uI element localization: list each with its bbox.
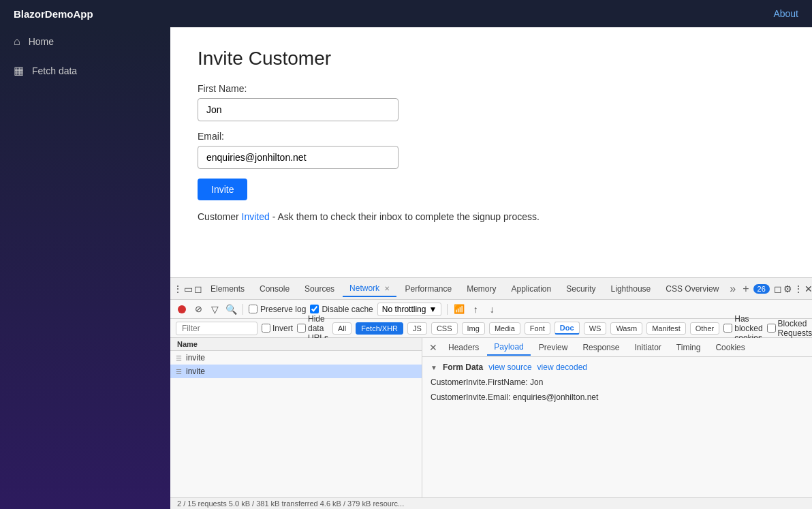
tab-lighthouse[interactable]: Lighthouse: [604, 281, 658, 296]
home-icon: ⌂: [14, 35, 20, 48]
request-name-2: invite: [186, 367, 205, 376]
filter-manifest-btn[interactable]: Manifest: [646, 322, 686, 335]
devtools-add-tab-btn[interactable]: +: [740, 283, 751, 295]
form-key-1: CustomerInvite.Email:: [431, 392, 510, 402]
toolbar-divider-1: [243, 304, 243, 315]
devtools-inspect-btn[interactable]: ▭: [184, 283, 193, 295]
devtools-badge: 26: [753, 284, 770, 294]
search-btn[interactable]: 🔍: [225, 303, 237, 315]
first-name-input[interactable]: [198, 98, 399, 121]
request-invite-1[interactable]: ☰ invite: [170, 351, 422, 365]
sidebar-item-fetch-data[interactable]: ▦ Fetch data: [0, 56, 170, 85]
detail-close-btn[interactable]: ✕: [426, 342, 440, 353]
filter-row: Invert Hide data URLs All Fetch/XHR JS C…: [170, 319, 812, 338]
page-title: Invite Customer: [198, 48, 785, 70]
form-data-row-1: CustomerInvite.Email: enquiries@jonhilto…: [431, 391, 804, 403]
request-icon-1: ☰: [176, 354, 182, 362]
devtools-statusbar: 2 / 15 requests 5.0 kB / 381 kB transfer…: [170, 497, 812, 509]
filter-font-btn[interactable]: Font: [525, 322, 550, 335]
email-input[interactable]: [198, 146, 399, 169]
page-body: Invite Customer First Name: Email: Invit…: [170, 27, 812, 277]
filter-other-btn[interactable]: Other: [690, 322, 720, 335]
upload-btn[interactable]: ↑: [469, 303, 482, 315]
record-btn[interactable]: [176, 303, 188, 315]
devtools-device-btn[interactable]: ◻: [194, 283, 202, 295]
filter-input[interactable]: [176, 322, 257, 335]
success-suffix: - Ask them to check their inbox to compl…: [270, 211, 540, 222]
request-name-1: invite: [186, 353, 205, 363]
detail-tab-cookies[interactable]: Cookies: [708, 340, 751, 355]
detail-panel: ✕ Headers Payload Preview Response Initi…: [422, 338, 812, 497]
sidebar: ⌂ Home ▦ Fetch data: [0, 27, 170, 509]
tab-security[interactable]: Security: [559, 281, 602, 296]
filter-wasm-btn[interactable]: Wasm: [610, 322, 642, 335]
requests-header: Name: [170, 338, 422, 351]
tab-sources[interactable]: Sources: [298, 281, 341, 296]
invert-label[interactable]: Invert: [262, 324, 293, 333]
invite-button[interactable]: Invite: [198, 179, 247, 200]
devtools-customize-btn[interactable]: ⋮: [173, 283, 183, 295]
email-label: Email:: [198, 131, 785, 142]
detail-tab-headers[interactable]: Headers: [441, 340, 486, 355]
view-source-link[interactable]: view source: [488, 363, 531, 372]
detail-tab-preview[interactable]: Preview: [532, 340, 575, 355]
tab-application[interactable]: Application: [505, 281, 559, 296]
app-layout: ⌂ Home ▦ Fetch data Invite Customer Firs…: [0, 27, 812, 509]
throttle-selector[interactable]: No throttling ▼: [377, 303, 442, 316]
tab-elements[interactable]: Elements: [204, 281, 251, 296]
app-brand: BlazorDemoApp: [14, 8, 93, 20]
filter-fetch-xhr-btn[interactable]: Fetch/XHR: [356, 322, 403, 335]
tab-memory[interactable]: Memory: [460, 281, 503, 296]
tab-console[interactable]: Console: [253, 281, 296, 296]
detail-tabs: ✕ Headers Payload Preview Response Initi…: [422, 338, 812, 357]
tab-network[interactable]: Network ✕: [343, 281, 396, 297]
section-arrow: ▼: [431, 364, 437, 371]
form-key-0: CustomerInvite.FirstName:: [431, 377, 528, 387]
sidebar-item-home[interactable]: ⌂ Home: [0, 27, 170, 56]
detail-tab-payload[interactable]: Payload: [487, 339, 530, 356]
view-decoded-link[interactable]: view decoded: [537, 363, 587, 372]
devtools-dock-btn[interactable]: ◻: [774, 283, 782, 295]
download-btn[interactable]: ↓: [486, 303, 498, 315]
devtools-menu-btn[interactable]: ⋮: [794, 283, 803, 295]
network-body: Name ☰ invite ☰ invite ✕ Headers: [170, 338, 812, 497]
filter-ws-btn[interactable]: WS: [584, 322, 607, 335]
clear-btn[interactable]: ⊘: [192, 303, 204, 315]
main-content: Invite Customer First Name: Email: Invit…: [170, 27, 812, 509]
filter-doc-btn[interactable]: Doc: [555, 322, 580, 335]
devtools-settings-btn[interactable]: ⚙: [783, 283, 792, 295]
preserve-log-checkbox[interactable]: Preserve log: [249, 305, 306, 314]
request-icon-2: ☰: [176, 368, 182, 375]
success-message: Customer Invited - Ask them to check the…: [198, 211, 785, 222]
devtools-more-tabs-btn[interactable]: »: [727, 283, 738, 295]
filter-img-btn[interactable]: Img: [462, 322, 485, 335]
tab-performance[interactable]: Performance: [398, 281, 458, 296]
tab-css-overview[interactable]: CSS Overview: [659, 281, 725, 296]
section-title: Form Data: [443, 363, 483, 372]
detail-tab-initiator[interactable]: Initiator: [627, 340, 668, 355]
about-link[interactable]: About: [773, 8, 798, 19]
fetch-data-icon: ▦: [14, 64, 24, 77]
top-nav: BlazorDemoApp About: [0, 0, 812, 27]
wifi-btn[interactable]: 📶: [453, 303, 465, 315]
filter-css-btn[interactable]: CSS: [431, 322, 458, 335]
detail-tab-response[interactable]: Response: [576, 340, 626, 355]
filter-all-btn[interactable]: All: [332, 322, 352, 335]
sidebar-item-fetch-data-label: Fetch data: [32, 65, 77, 76]
success-link: Invited: [242, 211, 270, 222]
network-tab-close[interactable]: ✕: [384, 285, 390, 292]
filter-btn[interactable]: ▽: [208, 303, 221, 315]
blocked-requests-label[interactable]: Blocked Requests: [767, 319, 812, 338]
filter-js-btn[interactable]: JS: [407, 322, 427, 335]
detail-tab-timing[interactable]: Timing: [670, 340, 708, 355]
toolbar-divider-2: [447, 304, 448, 315]
devtools-panel: ⋮ ▭ ◻ Elements Console Sources Network ✕…: [170, 277, 812, 509]
detail-content: ▼ Form Data view source view decoded Cus…: [422, 357, 812, 497]
disable-cache-checkbox[interactable]: Disable cache: [310, 305, 373, 314]
first-name-label: First Name:: [198, 83, 785, 94]
request-invite-2[interactable]: ☰ invite: [170, 365, 422, 378]
devtools-close-btn[interactable]: ✕: [805, 283, 812, 295]
filter-media-btn[interactable]: Media: [489, 322, 520, 335]
network-toolbar: ⊘ ▽ 🔍 Preserve log Disable cache No thro…: [170, 300, 812, 319]
requests-list: Name ☰ invite ☰ invite: [170, 338, 422, 497]
